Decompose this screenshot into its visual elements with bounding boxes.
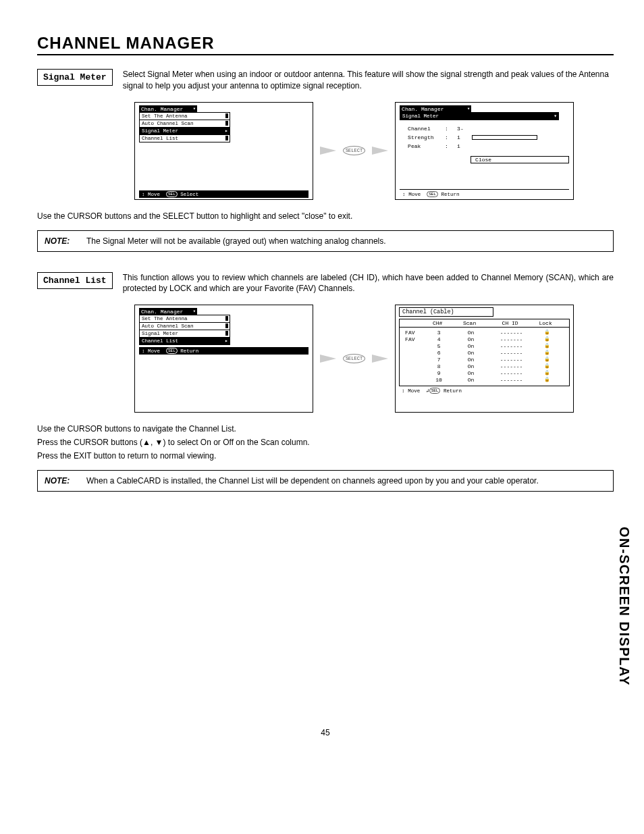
select-button-icon: SELECT	[343, 354, 365, 363]
nav-text-3: Press the EXIT button to return to norma…	[37, 450, 614, 462]
hint-bar: ↕ Move SEL Select	[139, 190, 308, 198]
table-row[interactable]: 6On-------🔒	[400, 349, 569, 356]
dropdown-icon: ▾	[193, 309, 196, 314]
note-box-1: NOTE: The Signal Meter will not be avail…	[37, 230, 614, 252]
table-row[interactable]: 8On-------🔒	[400, 363, 569, 369]
menu-screen-2: Chan. Manager▾ Set The Antenna Auto Chan…	[134, 305, 313, 413]
exit-instruction: Use the CURSOR buttons and the SELECT bu…	[37, 210, 614, 222]
result-subheader: Signal Meter▾	[400, 112, 559, 120]
arrow-icon	[372, 355, 388, 363]
nav-text-2: Press the CURSOR buttons (▲, ▼) to selec…	[37, 436, 614, 448]
signal-meter-label: Signal Meter	[37, 69, 113, 86]
dropdown-icon: ▾	[193, 106, 196, 111]
menu-item-channellist[interactable]: Channel List▸	[139, 337, 230, 345]
table-row[interactable]: 5On-------🔒	[400, 342, 569, 349]
table-row[interactable]: 10On-------🔒	[400, 376, 569, 383]
table-row[interactable]: 9On-------🔒	[400, 369, 569, 376]
table-row[interactable]: 7On-------🔒	[400, 356, 569, 363]
signal-row-peak: Peak:1	[408, 143, 569, 149]
note-text: When a CableCARD is installed, the Chann…	[86, 475, 539, 487]
table-row[interactable]: FAV3On-------🔒	[400, 329, 569, 336]
hint-bar: ↕ Move SEL Return	[400, 189, 569, 198]
signal-meter-result-screen: Chan. Manager▾ Signal Meter▾ Channel:3- …	[395, 102, 574, 200]
nav-text-1: Use the CURSOR buttons to navigate the C…	[37, 423, 614, 435]
channel-list-screens: Chan. Manager▾ Set The Antenna Auto Chan…	[95, 305, 614, 413]
table-row[interactable]: FAV4On-------🔒	[400, 336, 569, 342]
hint-bar: ↕ Move SEL Return	[139, 347, 308, 355]
strength-bar	[472, 135, 537, 140]
note-box-2: NOTE: When a CableCARD is installed, the…	[37, 470, 614, 492]
close-button[interactable]: Close	[471, 156, 569, 163]
signal-meter-section: Signal Meter Select Signal Meter when us…	[37, 69, 614, 92]
signal-meter-desc: Select Signal Meter when using an indoor…	[123, 69, 614, 92]
arrow-icon	[320, 147, 336, 155]
hint-bar: ↕ Move ↲SEL Return	[399, 386, 570, 394]
channel-table-title: Channel (Cable)	[399, 307, 493, 317]
channel-table-body: FAV3On-------🔒FAV4On-------🔒5On-------🔒6…	[399, 328, 570, 386]
note-label: NOTE:	[45, 235, 78, 247]
signal-row-strength: Strength:1	[408, 134, 569, 140]
page-title: CHANNEL MANAGER	[37, 34, 614, 53]
submenu-arrow-icon: ▸	[225, 338, 228, 344]
dropdown-icon: ▾	[467, 106, 470, 111]
menu-screen-1: Chan. Manager▾ Set The Antenna Auto Chan…	[134, 102, 313, 200]
channel-list-result-screen: Channel (Cable) CH# Scan CH ID Lock FAV3…	[395, 305, 574, 413]
submenu-arrow-icon: ▸	[225, 128, 228, 134]
arrow-icon	[320, 355, 336, 363]
note-label: NOTE:	[45, 475, 78, 487]
channel-list-section: Channel List This function allows you to…	[37, 272, 614, 295]
select-button-icon: SELECT	[343, 146, 365, 155]
title-rule	[37, 54, 614, 55]
channel-list-label: Channel List	[37, 272, 113, 289]
arrow-icon	[372, 147, 388, 155]
signal-row-channel: Channel:3-	[408, 126, 569, 132]
channel-table-header: CH# Scan CH ID Lock	[399, 319, 570, 328]
page-number: 45	[37, 728, 614, 737]
signal-meter-screens: Chan. Manager▾ Set The Antenna Auto Chan…	[95, 102, 614, 200]
dropdown-icon: ▾	[554, 113, 557, 119]
note-text: The Signal Meter will not be available (…	[86, 235, 386, 247]
side-label: ON-SCREEN DISPLAY	[616, 527, 632, 686]
channel-list-desc: This function allows you to review which…	[123, 272, 614, 295]
menu-item-channellist[interactable]: Channel List	[139, 134, 230, 142]
